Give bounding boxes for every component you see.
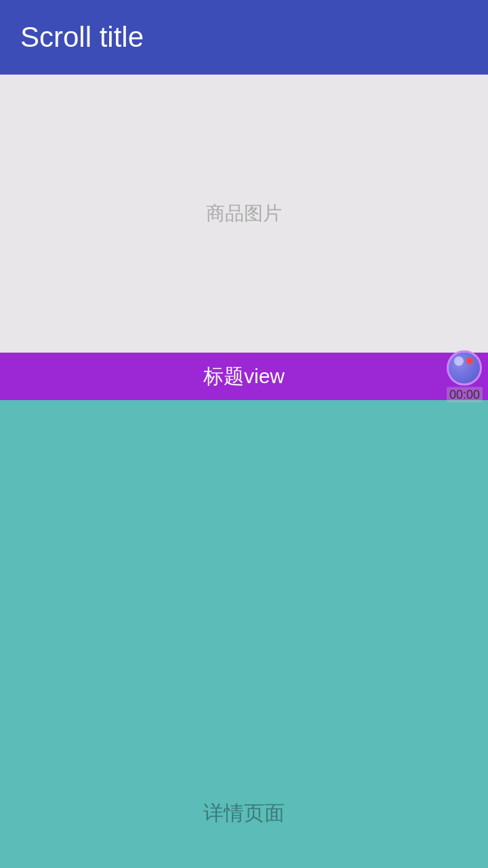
title-view-bar: 标题view 00:00 xyxy=(0,353,488,400)
page-title: Scroll title xyxy=(20,21,144,54)
timer-display: 00:00 xyxy=(447,387,483,403)
detail-label: 详情页面 xyxy=(203,800,285,827)
app-header: Scroll title xyxy=(0,0,488,75)
product-image-label: 商品图片 xyxy=(206,201,282,226)
timer-widget[interactable]: 00:00 xyxy=(447,351,483,403)
record-indicator xyxy=(466,358,473,365)
product-image-area: 商品图片 xyxy=(0,75,488,353)
detail-area: 详情页面 xyxy=(0,400,488,868)
title-view-label: 标题view xyxy=(203,363,285,391)
timer-circle[interactable] xyxy=(447,351,482,386)
